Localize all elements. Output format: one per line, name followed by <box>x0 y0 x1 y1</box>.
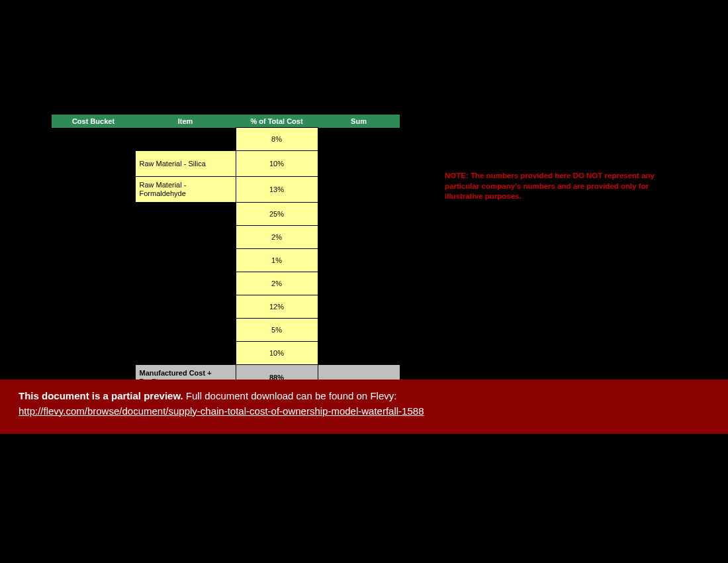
cell-sum <box>318 249 400 272</box>
cell-pct: 5% <box>236 319 318 342</box>
table-row: Raw Material - Silica10% <box>52 151 400 177</box>
cell-sum <box>318 226 400 249</box>
cell-cost-bucket <box>52 128 135 151</box>
preview-banner: This document is a partial preview. Full… <box>0 380 728 434</box>
cell-pct: 13% <box>236 177 318 203</box>
cell-cost-bucket <box>52 272 135 295</box>
cell-pct: 2% <box>236 272 318 295</box>
cell-cost-bucket <box>52 203 135 226</box>
cell-pct: 2% <box>236 226 318 249</box>
cell-pct: 10% <box>236 151 318 177</box>
table-row: 12% <box>52 295 400 319</box>
cell-item <box>135 319 236 342</box>
cell-cost-bucket <box>52 177 135 203</box>
table-row: 2% <box>52 272 400 295</box>
cell-item <box>135 226 236 249</box>
page: Cost Bucket Item % of Total Cost Sum 8%R… <box>0 0 728 563</box>
table-row: 25% <box>52 203 400 226</box>
table-row: 5% <box>52 319 400 342</box>
cell-pct: 8% <box>236 128 318 151</box>
cell-cost-bucket <box>52 151 135 177</box>
cell-pct: 1% <box>236 249 318 272</box>
cell-sum <box>318 319 400 342</box>
cell-item <box>135 203 236 226</box>
table-row: 1% <box>52 249 400 272</box>
cell-sum <box>318 151 400 177</box>
cell-cost-bucket <box>52 226 135 249</box>
cell-cost-bucket <box>52 319 135 342</box>
col-sum: Sum <box>318 115 400 128</box>
cell-cost-bucket <box>52 249 135 272</box>
cell-pct: 25% <box>236 203 318 226</box>
cost-table: Cost Bucket Item % of Total Cost Sum 8%R… <box>52 115 400 391</box>
cell-cost-bucket <box>52 295 135 319</box>
col-item: Item <box>135 115 236 128</box>
cell-item <box>135 128 236 151</box>
cell-item: Raw Material - Formaldehyde <box>135 177 236 203</box>
cell-item: Raw Material - Silica <box>135 151 236 177</box>
col-pct: % of Total Cost <box>236 115 318 128</box>
cell-pct: 12% <box>236 295 318 319</box>
cell-item <box>135 249 236 272</box>
cell-sum <box>318 295 400 319</box>
col-cost-bucket: Cost Bucket <box>52 115 135 128</box>
banner-link[interactable]: http://flevy.com/browse/document/supply-… <box>19 405 424 417</box>
note-text: NOTE: The numbers provided here DO NOT r… <box>445 171 683 202</box>
cell-item <box>135 342 236 365</box>
table-row: 10% <box>52 342 400 365</box>
cell-item <box>135 295 236 319</box>
cell-cost-bucket <box>52 342 135 365</box>
table-row: Raw Material - Formaldehyde13% <box>52 177 400 203</box>
cell-sum <box>318 177 400 203</box>
cell-sum <box>318 203 400 226</box>
cell-sum <box>318 272 400 295</box>
cell-pct: 10% <box>236 342 318 365</box>
banner-bold: This document is a partial preview. <box>19 390 183 401</box>
table-row: 8% <box>52 128 400 151</box>
cell-item <box>135 272 236 295</box>
table-header-row: Cost Bucket Item % of Total Cost Sum <box>52 115 400 128</box>
banner-rest: Full document download can be found on F… <box>183 390 397 401</box>
cell-sum <box>318 128 400 151</box>
cell-sum <box>318 342 400 365</box>
table-row: 2% <box>52 226 400 249</box>
